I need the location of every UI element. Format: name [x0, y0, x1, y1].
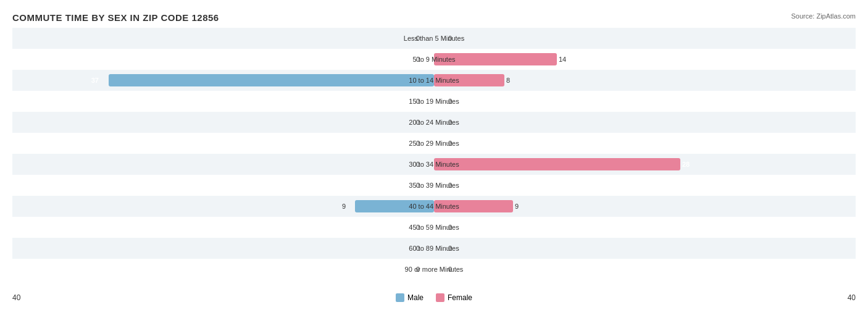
val-female-5: 0: [448, 140, 452, 147]
chart-footer: 40 Male Female 40: [12, 293, 856, 302]
chart-legend: Male Female: [396, 293, 472, 302]
chart-container: COMMUTE TIME BY SEX IN ZIP CODE 12856 So…: [0, 0, 868, 323]
val-male-9: 0: [416, 224, 420, 231]
val-male-8: 9: [342, 203, 346, 210]
val-male-5: 0: [416, 140, 420, 147]
source-label: Source: ZipAtlas.com: [791, 12, 856, 20]
val-female-3: 0: [448, 98, 452, 105]
axis-right-label: 40: [848, 293, 856, 302]
val-female-11: 0: [448, 266, 452, 273]
axis-left-label: 40: [12, 293, 20, 302]
bar-female-6: [434, 158, 680, 170]
val-male-11: 0: [416, 266, 420, 273]
legend-female: Female: [436, 293, 472, 302]
val-male-0: 0: [416, 35, 420, 42]
legend-male-color: [396, 293, 404, 302]
val-male-1: 0: [416, 56, 420, 63]
val-female-1: 14: [559, 56, 566, 63]
val-male-2: 37: [91, 77, 99, 84]
row-label-8: 40 to 44 Minutes: [409, 203, 459, 210]
val-female-7: 0: [448, 182, 452, 189]
val-male-3: 0: [416, 98, 420, 105]
chart-title: COMMUTE TIME BY SEX IN ZIP CODE 12856: [12, 12, 856, 23]
bar-male-2: [109, 74, 434, 86]
row-label-2: 10 to 14 Minutes: [409, 77, 459, 84]
legend-female-color: [436, 293, 444, 302]
val-female-6: 28: [682, 161, 690, 168]
val-female-9: 0: [448, 224, 452, 231]
val-female-0: 0: [448, 35, 452, 42]
chart-svg: Less than 5 Minutes 0 0 5 to 9 Minutes 0…: [12, 28, 856, 287]
val-male-7: 0: [416, 182, 420, 189]
val-female-2: 8: [506, 77, 510, 84]
val-male-6: 0: [416, 161, 420, 168]
row-label-11: 90 or more Minutes: [405, 266, 464, 273]
val-female-4: 0: [448, 119, 452, 126]
val-male-4: 0: [416, 119, 420, 126]
val-female-8: 9: [515, 203, 519, 210]
legend-male-label: Male: [407, 293, 424, 302]
row-label-0: Less than 5 Minutes: [404, 35, 465, 42]
val-female-10: 0: [448, 245, 452, 252]
legend-female-label: Female: [448, 293, 472, 302]
val-male-10: 0: [416, 245, 420, 252]
legend-male: Male: [396, 293, 424, 302]
